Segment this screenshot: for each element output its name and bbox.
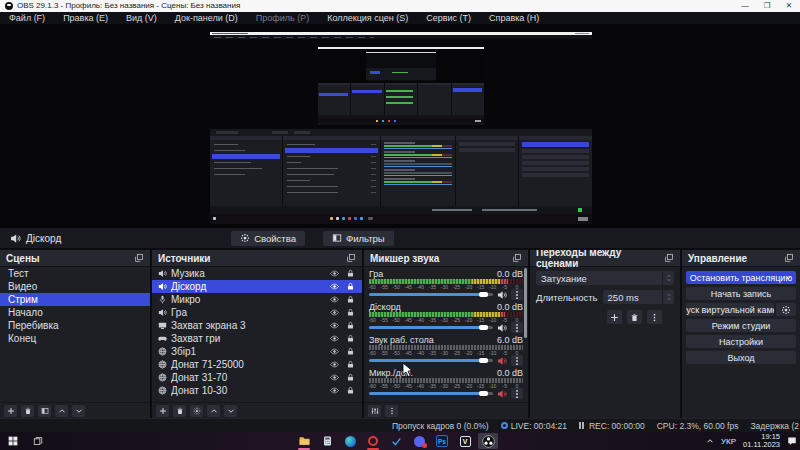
control-button[interactable]: Начать запись — [686, 287, 796, 300]
channel-menu-button[interactable] — [511, 355, 523, 366]
advanced-audio-button[interactable] — [368, 405, 381, 417]
popout-icon[interactable] — [512, 253, 522, 263]
control-button[interactable]: Настройки — [686, 335, 796, 348]
visibility-eye-icon[interactable] — [330, 347, 339, 356]
visibility-eye-icon[interactable] — [330, 269, 339, 278]
check-app-icon[interactable] — [386, 433, 406, 449]
lock-icon[interactable] — [346, 269, 355, 278]
menu-item-6[interactable]: Коллекция сцен (S) — [327, 13, 408, 23]
transition-select[interactable]: Затухание — [536, 271, 674, 285]
calculator-icon[interactable] — [317, 433, 337, 449]
discord-icon[interactable] — [409, 433, 429, 449]
source-item[interactable]: Захват гри — [152, 332, 362, 345]
move-scene-up-button[interactable] — [55, 405, 68, 417]
obs-taskbar-icon[interactable] — [478, 433, 498, 449]
remove-scene-button[interactable] — [21, 405, 34, 417]
minimize-button[interactable]: — — [734, 0, 756, 12]
menu-item-8[interactable]: Справка (H) — [489, 13, 539, 23]
lock-icon[interactable] — [346, 347, 355, 356]
lock-icon[interactable] — [346, 321, 355, 330]
speaker-muted-icon[interactable] — [497, 356, 507, 366]
volume-slider[interactable] — [369, 389, 493, 398]
visibility-eye-icon[interactable] — [330, 386, 339, 395]
visibility-eye-icon[interactable] — [330, 321, 339, 330]
visibility-eye-icon[interactable] — [330, 308, 339, 317]
source-properties-button[interactable] — [190, 405, 203, 417]
move-scene-down-button[interactable] — [72, 405, 85, 417]
move-source-up-button[interactable] — [207, 405, 220, 417]
transitions-header[interactable]: Переходы между сценами — [530, 250, 680, 267]
scene-item[interactable]: Начало — [0, 306, 150, 319]
menu-item-4[interactable]: Док-панели (D) — [175, 13, 238, 23]
close-button[interactable]: ✕ — [778, 0, 800, 12]
lock-icon[interactable] — [346, 360, 355, 369]
control-button[interactable]: Режим студии — [686, 319, 796, 332]
control-button[interactable]: Выход — [686, 351, 796, 364]
photoshop-icon[interactable]: Ps — [432, 433, 452, 449]
channel-menu-button[interactable] — [511, 388, 523, 399]
sources-header[interactable]: Источники — [152, 250, 362, 267]
remove-source-button[interactable] — [173, 405, 186, 417]
file-explorer-icon[interactable] — [294, 433, 314, 449]
spinner-arrows[interactable] — [662, 290, 674, 304]
popout-icon[interactable] — [664, 253, 674, 263]
menu-item-2[interactable]: Правка (E) — [63, 13, 108, 23]
popout-icon[interactable] — [346, 253, 356, 263]
scene-item[interactable]: Конец — [0, 332, 150, 345]
visibility-eye-icon[interactable] — [330, 295, 339, 304]
preview-canvas[interactable] — [0, 25, 800, 228]
lock-icon[interactable] — [346, 282, 355, 291]
virtual-camera-config-button[interactable] — [776, 303, 796, 316]
source-item[interactable]: Донат 10-30 — [152, 384, 362, 397]
lock-icon[interactable] — [346, 334, 355, 343]
task-view-button[interactable] — [26, 432, 50, 450]
filters-button[interactable]: Фильтры — [323, 231, 394, 246]
maximize-button[interactable]: ❐ — [756, 0, 778, 12]
menu-item-5[interactable]: Профиль (P) — [256, 13, 309, 23]
lock-icon[interactable] — [346, 295, 355, 304]
stop-streaming-button[interactable]: Остановить трансляцию — [686, 271, 796, 284]
channel-menu-button[interactable] — [511, 322, 523, 333]
edge-browser-icon[interactable] — [340, 433, 360, 449]
lock-icon[interactable] — [346, 386, 355, 395]
tray-chevron-icon[interactable] — [706, 437, 714, 445]
channel-menu-button[interactable] — [511, 289, 523, 300]
move-source-down-button[interactable] — [224, 405, 237, 417]
notification-center-icon[interactable] — [787, 436, 797, 446]
source-item[interactable]: Діскорд — [152, 280, 362, 293]
speaker-icon[interactable] — [497, 290, 507, 300]
source-item[interactable]: Микро — [152, 293, 362, 306]
add-transition-button[interactable] — [607, 310, 622, 324]
start-button[interactable] — [0, 432, 26, 450]
popout-icon[interactable] — [784, 253, 794, 263]
scene-item[interactable]: Стрим — [0, 293, 150, 306]
scene-filters-button[interactable] — [38, 405, 51, 417]
clock[interactable]: 19:15 01.11.2023 — [743, 433, 780, 449]
mixer-scrollbar[interactable] — [524, 268, 527, 338]
duration-field[interactable]: 250 ms — [603, 290, 674, 304]
control-button[interactable]: Запуск виртуальной камеры — [686, 303, 774, 316]
source-item[interactable]: Гра — [152, 306, 362, 319]
volume-slider[interactable] — [369, 290, 493, 299]
volume-slider[interactable] — [369, 323, 493, 332]
remove-transition-button[interactable] — [627, 310, 642, 324]
mixer-menu-button[interactable] — [385, 405, 398, 417]
chevron-down-icon[interactable] — [785, 274, 792, 281]
scene-item[interactable]: Тест — [0, 267, 150, 280]
source-item[interactable]: Захват экрана 3 — [152, 319, 362, 332]
mixer-header[interactable]: Микшер звука — [364, 250, 528, 267]
source-item[interactable]: Збір1 — [152, 345, 362, 358]
v-app-icon[interactable]: V — [455, 433, 475, 449]
menu-item-3[interactable]: Вид (V) — [126, 13, 157, 23]
screen-capture-preview[interactable] — [210, 32, 592, 224]
visibility-eye-icon[interactable] — [330, 360, 339, 369]
language-indicator[interactable]: УКР — [721, 437, 736, 446]
lock-icon[interactable] — [346, 373, 355, 382]
add-scene-button[interactable] — [4, 405, 17, 417]
visibility-eye-icon[interactable] — [330, 282, 339, 291]
controls-header[interactable]: Управление — [682, 250, 800, 267]
source-item[interactable]: Донат 71-25000 — [152, 358, 362, 371]
source-item[interactable]: Музика — [152, 267, 362, 280]
speaker-muted-icon[interactable] — [497, 389, 507, 399]
scenes-header[interactable]: Сцены — [0, 250, 150, 267]
